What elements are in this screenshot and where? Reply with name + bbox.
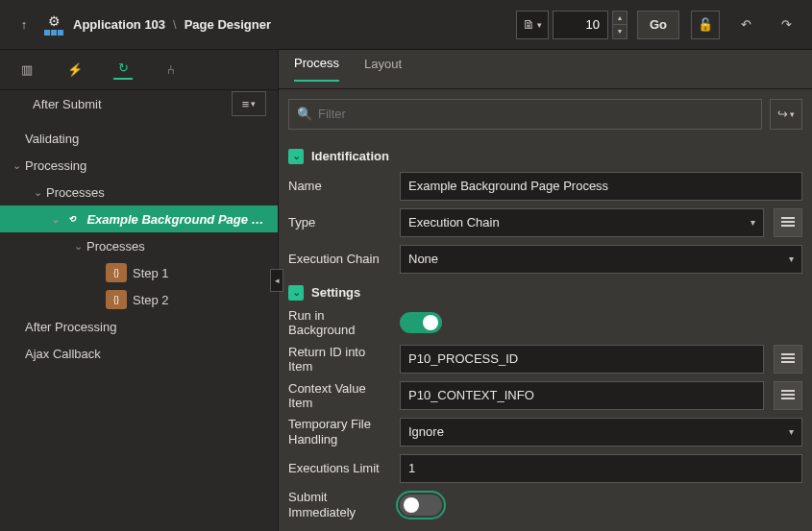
page-up-button[interactable]: ▴ <box>613 12 627 25</box>
undo-icon: ↶ <box>741 17 751 32</box>
tree: Validating ⌄ Processing ⌄ Processes ⌄ ⟲ … <box>0 117 278 374</box>
menu-icon: ≡ <box>242 97 250 111</box>
list-icon <box>781 217 795 229</box>
prop-exec-limit-label: Executions Limit <box>288 461 390 475</box>
prop-execution-chain: Execution Chain None ▾ <box>288 243 802 276</box>
tree-ajax-callback-label: Ajax Callback <box>25 347 101 361</box>
tree-menu-button[interactable]: ≡ ▾ <box>232 91 266 116</box>
prop-context-value: Context Value Item <box>288 379 802 412</box>
tree-ajax-callback[interactable]: Ajax Callback <box>0 340 278 367</box>
prop-return-id-options-button[interactable] <box>774 345 802 374</box>
tree-validating-label: Validating <box>25 132 79 146</box>
prop-run-background-label: Run in Background <box>288 308 390 337</box>
prop-context-value-input[interactable] <box>400 381 764 410</box>
prop-exec-limit-input[interactable] <box>400 454 802 483</box>
list-icon <box>781 353 795 365</box>
prop-name-label: Name <box>288 179 390 193</box>
prop-tmpfile-value: Ignore <box>408 424 444 439</box>
tree-after-processing[interactable]: After Processing <box>0 313 278 340</box>
prop-execution-chain-select[interactable]: None ▾ <box>400 245 802 274</box>
prop-type: Type Execution Chain ▾ <box>288 206 802 239</box>
prop-context-value-field[interactable] <box>408 388 755 402</box>
breadcrumb-page[interactable]: Page Designer <box>185 17 271 32</box>
tree-processing-label: Processing <box>25 158 86 173</box>
redo-button[interactable]: ↷ <box>772 11 800 39</box>
chevron-down-icon: ▾ <box>789 253 794 264</box>
chevron-down-icon: ▾ <box>790 109 795 119</box>
left-pane: ▥ ⚡ ↻ ⑃ After Submit ≡ ▾ Validating ⌄ Pr… <box>0 50 279 531</box>
breadcrumb-app[interactable]: Application 103 <box>73 17 165 32</box>
section-identification-title: Identification <box>311 149 389 163</box>
prop-run-background-toggle[interactable] <box>400 312 442 333</box>
tree-step2[interactable]: {} Step 2 <box>0 286 278 313</box>
prop-submit-immediately-label: Submit Immediately <box>288 490 390 519</box>
redo-icon: ↷ <box>781 17 792 32</box>
right-pane: Process Layout 🔍 ↪ ▾ ⌄ Identification Na… <box>279 50 812 531</box>
shared-components-tab-icon[interactable]: ⑃ <box>161 60 181 80</box>
prop-return-id-field[interactable] <box>408 351 755 366</box>
chevron-down-icon: ⌄ <box>8 159 25 172</box>
chevron-down-icon: ▾ <box>789 426 794 437</box>
tree-step1[interactable]: {} Step 1 <box>0 259 278 286</box>
page-down-button[interactable]: ▾ <box>613 24 627 38</box>
prop-tmpfile-select[interactable]: Ignore ▾ <box>400 418 802 447</box>
tab-process[interactable]: Process <box>294 56 339 82</box>
tree-step1-label: Step 1 <box>133 266 169 280</box>
breadcrumb: Application 103 \ Page Designer <box>73 17 271 32</box>
section-settings-header[interactable]: ⌄ Settings <box>288 285 802 301</box>
tree-step2-label: Step 2 <box>133 293 169 307</box>
nav-up-button[interactable]: ↑ <box>12 17 37 32</box>
chevron-down-icon: ⌄ <box>69 240 86 253</box>
prop-tmpfile: Temporary File Handling Ignore ▾ <box>288 416 802 448</box>
prop-type-options-button[interactable] <box>774 208 802 237</box>
prop-type-value: Execution Chain <box>408 215 500 229</box>
page-number-input[interactable] <box>553 11 608 39</box>
prop-execution-chain-value: None <box>408 252 438 266</box>
prop-return-id-label: Return ID into Item <box>288 345 390 374</box>
step-icon: {} <box>106 263 127 282</box>
filter-input[interactable] <box>318 107 753 121</box>
undo-button[interactable]: ↶ <box>731 11 760 39</box>
tree-processes-label: Processes <box>46 185 105 200</box>
prop-run-background: Run in Background <box>288 306 802 339</box>
filter-input-wrap[interactable]: 🔍 <box>288 99 762 130</box>
prop-name-field[interactable] <box>408 179 794 193</box>
prop-context-value-label: Context Value Item <box>288 381 390 410</box>
tree-processes[interactable]: ⌄ Processes <box>0 179 278 205</box>
dynamic-actions-tab-icon[interactable]: ⚡ <box>65 60 85 80</box>
tree-selected-process[interactable]: ⌄ ⟲ Example Background Page Process <box>0 205 278 232</box>
tree-processing[interactable]: ⌄ Processing <box>0 152 278 179</box>
prop-name-input[interactable] <box>400 172 802 201</box>
search-icon: 🔍 <box>297 107 312 121</box>
tree-after-submit[interactable]: After Submit <box>8 90 110 117</box>
prop-return-id-input[interactable] <box>400 345 764 374</box>
breadcrumb-sep: \ <box>173 17 177 32</box>
splitter-handle[interactable]: ◂ <box>270 269 283 292</box>
prop-context-value-options-button[interactable] <box>774 381 802 410</box>
page-spinner: ▴ ▾ <box>612 11 627 39</box>
prop-submit-immediately-toggle[interactable] <box>400 495 442 516</box>
go-button[interactable]: Go <box>637 11 679 39</box>
processing-tab-icon[interactable]: ↻ <box>113 60 133 80</box>
lock-button[interactable]: 🔓 <box>691 11 720 39</box>
chevron-down-icon: ▾ <box>750 217 755 228</box>
chevron-down-icon: ▾ <box>251 99 256 109</box>
section-identification-header[interactable]: ⌄ Identification <box>288 149 802 164</box>
chevron-down-icon: ⌄ <box>48 213 62 226</box>
prop-exec-limit-field[interactable] <box>408 461 794 475</box>
tree-validating[interactable]: Validating <box>0 125 278 152</box>
chevron-down-icon: ⌄ <box>288 149 304 164</box>
filter-menu-button[interactable]: ↪ ▾ <box>770 99 802 130</box>
tree-selected-process-label: Example Background Page Process <box>86 212 270 227</box>
prop-type-select[interactable]: Execution Chain ▾ <box>400 208 764 237</box>
left-toolrow: ▥ ⚡ ↻ ⑃ <box>0 50 278 90</box>
step-icon: {} <box>106 290 127 309</box>
lock-icon: 🔓 <box>698 17 713 32</box>
filter-row: 🔍 ↪ ▾ <box>279 89 812 139</box>
page-list-dropdown[interactable]: 🗎 ▾ <box>516 11 549 39</box>
tree-child-processes[interactable]: ⌄ Processes <box>0 232 278 259</box>
pin-icon: ↪ <box>777 107 788 121</box>
rendering-tab-icon[interactable]: ▥ <box>17 60 37 80</box>
tab-layout[interactable]: Layout <box>364 57 402 81</box>
page-selector: 🗎 ▾ ▴ ▾ Go <box>516 11 679 39</box>
